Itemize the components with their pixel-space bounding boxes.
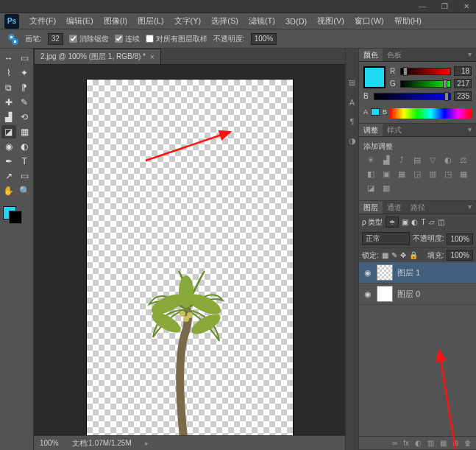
document-tab[interactable]: 2.jpg @ 100% (图层 1, RGB/8) * ×	[34, 49, 161, 64]
adj-hue-icon[interactable]: ◐	[442, 155, 454, 165]
link-layers-icon[interactable]: ∞	[392, 439, 397, 447]
b-slider[interactable]	[374, 93, 451, 100]
adj-levels-icon[interactable]: ▟	[380, 155, 392, 165]
menu-select[interactable]: 选择(S)	[207, 14, 243, 28]
b-value[interactable]: 235	[454, 91, 472, 101]
brush-size-input[interactable]: 32	[48, 33, 63, 45]
eyedropper-tool[interactable]: ⁋	[18, 81, 32, 94]
wand-tool[interactable]: ✦	[18, 66, 32, 80]
panel-menu-icon[interactable]: ▾	[463, 124, 476, 136]
menu-3d[interactable]: 3D(D)	[281, 15, 311, 27]
layer-fill-input[interactable]: 100%	[447, 250, 473, 261]
menu-filter[interactable]: 滤镜(T)	[244, 14, 280, 28]
close-button[interactable]: ✕	[460, 2, 473, 11]
color-swatch[interactable]	[363, 66, 386, 88]
selection-tool[interactable]: ▭	[18, 52, 32, 65]
lock-pix-icon[interactable]: ✎	[391, 251, 397, 259]
eraser-tool[interactable]: ◪	[1, 125, 16, 138]
menu-type[interactable]: 文字(Y)	[170, 14, 206, 28]
heal-tool[interactable]: ✚	[1, 96, 16, 109]
layer-name[interactable]: 图层 1	[397, 267, 420, 278]
canvas-area[interactable]	[34, 65, 345, 435]
filter-adj-icon[interactable]: ◐	[411, 218, 418, 226]
all-layers-checkbox[interactable]: 对所有图层取样	[146, 34, 207, 44]
delete-layer-icon[interactable]: 🗑	[464, 439, 472, 447]
visibility-icon[interactable]: ◉	[363, 268, 372, 278]
restore-button[interactable]: ❐	[438, 2, 451, 11]
adj-balance-icon[interactable]: ⚖	[458, 155, 469, 165]
close-tab-icon[interactable]: ×	[150, 53, 154, 61]
adj-curves-icon[interactable]: ⤴	[396, 155, 408, 165]
blur-tool[interactable]: ◉	[1, 140, 16, 153]
lock-trans-icon[interactable]: ▦	[382, 251, 388, 259]
adj-select-icon[interactable]: ◪	[365, 183, 377, 193]
tool-preset-icon[interactable]	[6, 32, 19, 46]
zoom-tool[interactable]: 🔍	[18, 184, 32, 197]
tab-color[interactable]: 颜色	[359, 49, 383, 61]
menu-window[interactable]: 窗口(W)	[350, 14, 388, 28]
adj-exposure-icon[interactable]: ▤	[411, 155, 423, 165]
menu-view[interactable]: 视图(V)	[313, 14, 349, 28]
panel-menu-icon[interactable]: ▾	[463, 49, 476, 61]
adj-thresh-icon[interactable]: ◳	[442, 169, 454, 179]
blend-mode-dropdown[interactable]: 正常	[362, 232, 410, 245]
adj-photo-icon[interactable]: ▣	[380, 169, 392, 179]
menu-edit[interactable]: 编辑(E)	[62, 14, 98, 28]
dodge-tool[interactable]: ◐	[18, 140, 32, 153]
adj-mixer-icon[interactable]: ▦	[396, 169, 408, 179]
hand-tool[interactable]: ✋	[1, 184, 16, 197]
minimize-button[interactable]: —	[416, 2, 429, 11]
panel-menu-icon[interactable]: ▾	[463, 201, 476, 214]
crop-tool[interactable]: ⧉	[1, 81, 16, 94]
filter-type-icon[interactable]: T	[421, 218, 425, 226]
g-slider[interactable]	[400, 80, 451, 88]
filter-smart-icon[interactable]: ◫	[438, 218, 444, 226]
contiguous-checkbox[interactable]: 连续	[115, 34, 140, 44]
pen-tool[interactable]: ✒	[1, 155, 16, 168]
background-color[interactable]	[9, 211, 22, 224]
layer-name[interactable]: 图层 0	[397, 289, 420, 300]
visibility-icon[interactable]: ◉	[363, 289, 372, 299]
menu-image[interactable]: 图像(I)	[99, 14, 132, 28]
lasso-tool[interactable]: ⌇	[1, 66, 16, 80]
tab-layers[interactable]: 图层	[359, 201, 383, 214]
collapsed-panel-icon[interactable]: ¶	[350, 117, 355, 126]
layer-thumbnail[interactable]	[377, 286, 393, 302]
gradient-tool[interactable]: ▦	[18, 125, 32, 138]
canvas[interactable]	[87, 80, 293, 435]
lock-all-icon[interactable]: 🔒	[409, 251, 418, 259]
opacity-input[interactable]: 100%	[251, 33, 277, 45]
move-tool[interactable]: ↔	[1, 52, 16, 65]
adj-poster-icon[interactable]: ▥	[427, 169, 438, 179]
adj-bw-icon[interactable]: ◧	[365, 169, 377, 179]
tab-paths[interactable]: 路径	[406, 201, 430, 214]
tab-swatches[interactable]: 色板	[383, 49, 406, 61]
brush-tool[interactable]: ✎	[18, 96, 32, 109]
antialias-checkbox[interactable]: 消除锯齿	[69, 34, 109, 44]
filter-pixel-icon[interactable]: ▣	[402, 218, 408, 226]
filter-shape-icon[interactable]: ▱	[429, 218, 435, 226]
menu-layer[interactable]: 图层(L)	[133, 14, 168, 28]
collapsed-panel-icon[interactable]: A	[349, 98, 355, 107]
adj-grad-icon[interactable]: ▦	[458, 169, 469, 179]
layer-row[interactable]: ◉ 图层 1	[359, 262, 476, 284]
adj-invert-icon[interactable]: ◲	[411, 169, 423, 179]
zoom-level[interactable]: 100%	[40, 439, 59, 447]
r-slider[interactable]	[400, 68, 451, 75]
collapsed-panel-icon[interactable]: ⊞	[349, 78, 355, 88]
menu-help[interactable]: 帮助(H)	[390, 14, 426, 28]
layer-kind-dropdown[interactable]: ≑	[386, 217, 399, 228]
r-value[interactable]: 18	[454, 66, 472, 76]
adj-vibrance-icon[interactable]: ▽	[427, 155, 438, 165]
layer-opacity-input[interactable]: 100%	[447, 233, 473, 245]
menu-file[interactable]: 文件(F)	[25, 14, 60, 28]
collapsed-panel-icon[interactable]: ◑	[349, 136, 356, 146]
layer-row[interactable]: ◉ 图层 0	[359, 284, 476, 305]
history-brush-tool[interactable]: ⟲	[18, 110, 32, 124]
spectrum-strip[interactable]	[390, 108, 472, 119]
tab-styles[interactable]: 样式	[383, 124, 406, 136]
mask-icon[interactable]: ◐	[415, 439, 422, 447]
type-tool[interactable]: T	[18, 155, 32, 168]
shape-tool[interactable]: ▭	[18, 169, 32, 183]
layer-thumbnail[interactable]	[377, 264, 393, 281]
